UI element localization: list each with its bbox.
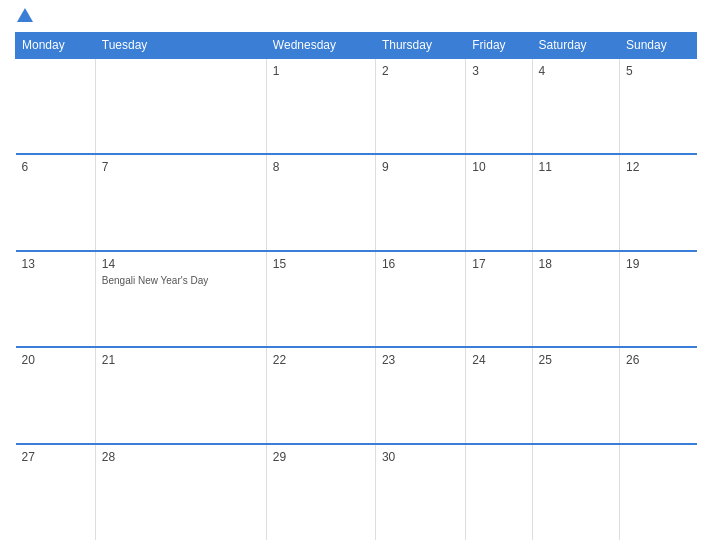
day-number: 1: [273, 64, 369, 78]
day-number: 25: [539, 353, 613, 367]
day-number: 19: [626, 257, 690, 271]
calendar-cell: 23: [375, 347, 465, 443]
week-row-1: 12345: [16, 58, 697, 154]
calendar-cell: 18: [532, 251, 619, 347]
calendar-cell: 8: [266, 154, 375, 250]
day-number: 17: [472, 257, 525, 271]
calendar-cell: 19: [620, 251, 697, 347]
day-number: 16: [382, 257, 459, 271]
calendar-cell: 30: [375, 444, 465, 540]
calendar-cell: 24: [466, 347, 532, 443]
calendar-cell: [466, 444, 532, 540]
calendar-cell: 7: [95, 154, 266, 250]
calendar-cell: [532, 444, 619, 540]
calendar-cell: 13: [16, 251, 96, 347]
calendar-cell: 12: [620, 154, 697, 250]
day-number: 24: [472, 353, 525, 367]
logo: [15, 10, 35, 24]
day-number: 26: [626, 353, 690, 367]
calendar-cell: [620, 444, 697, 540]
holiday-label: Bengali New Year's Day: [102, 274, 260, 287]
weekday-tuesday: Tuesday: [95, 33, 266, 59]
calendar-cell: 6: [16, 154, 96, 250]
calendar-cell: 14Bengali New Year's Day: [95, 251, 266, 347]
day-number: 12: [626, 160, 690, 174]
calendar-cell: 28: [95, 444, 266, 540]
day-number: 6: [22, 160, 89, 174]
calendar-table: MondayTuesdayWednesdayThursdayFridaySatu…: [15, 32, 697, 540]
week-row-5: 27282930: [16, 444, 697, 540]
day-number: 15: [273, 257, 369, 271]
day-number: 28: [102, 450, 260, 464]
day-number: 27: [22, 450, 89, 464]
calendar-page: MondayTuesdayWednesdayThursdayFridaySatu…: [0, 0, 712, 550]
day-number: 13: [22, 257, 89, 271]
calendar-cell: 1: [266, 58, 375, 154]
calendar-cell: 2: [375, 58, 465, 154]
day-number: 7: [102, 160, 260, 174]
weekday-monday: Monday: [16, 33, 96, 59]
weekday-sunday: Sunday: [620, 33, 697, 59]
calendar-cell: 9: [375, 154, 465, 250]
week-row-4: 20212223242526: [16, 347, 697, 443]
calendar-cell: 10: [466, 154, 532, 250]
day-number: 8: [273, 160, 369, 174]
weekday-friday: Friday: [466, 33, 532, 59]
weekday-wednesday: Wednesday: [266, 33, 375, 59]
calendar-cell: 29: [266, 444, 375, 540]
calendar-cell: 27: [16, 444, 96, 540]
day-number: 9: [382, 160, 459, 174]
day-number: 3: [472, 64, 525, 78]
day-number: 5: [626, 64, 690, 78]
calendar-header: [15, 10, 697, 24]
weekday-header-row: MondayTuesdayWednesdayThursdayFridaySatu…: [16, 33, 697, 59]
calendar-cell: 16: [375, 251, 465, 347]
calendar-cell: 20: [16, 347, 96, 443]
day-number: 30: [382, 450, 459, 464]
day-number: 20: [22, 353, 89, 367]
day-number: 29: [273, 450, 369, 464]
day-number: 11: [539, 160, 613, 174]
day-number: 4: [539, 64, 613, 78]
calendar-cell: 11: [532, 154, 619, 250]
day-number: 18: [539, 257, 613, 271]
calendar-cell: 15: [266, 251, 375, 347]
day-number: 22: [273, 353, 369, 367]
logo-triangle-icon: [17, 8, 33, 22]
calendar-cell: 25: [532, 347, 619, 443]
day-number: 23: [382, 353, 459, 367]
calendar-cell: 3: [466, 58, 532, 154]
calendar-cell: 4: [532, 58, 619, 154]
calendar-cell: [16, 58, 96, 154]
day-number: 14: [102, 257, 260, 271]
calendar-cell: [95, 58, 266, 154]
week-row-2: 6789101112: [16, 154, 697, 250]
calendar-cell: 22: [266, 347, 375, 443]
weekday-saturday: Saturday: [532, 33, 619, 59]
calendar-cell: 5: [620, 58, 697, 154]
weekday-thursday: Thursday: [375, 33, 465, 59]
calendar-cell: 17: [466, 251, 532, 347]
day-number: 2: [382, 64, 459, 78]
calendar-cell: 26: [620, 347, 697, 443]
calendar-cell: 21: [95, 347, 266, 443]
week-row-3: 1314Bengali New Year's Day1516171819: [16, 251, 697, 347]
day-number: 10: [472, 160, 525, 174]
day-number: 21: [102, 353, 260, 367]
